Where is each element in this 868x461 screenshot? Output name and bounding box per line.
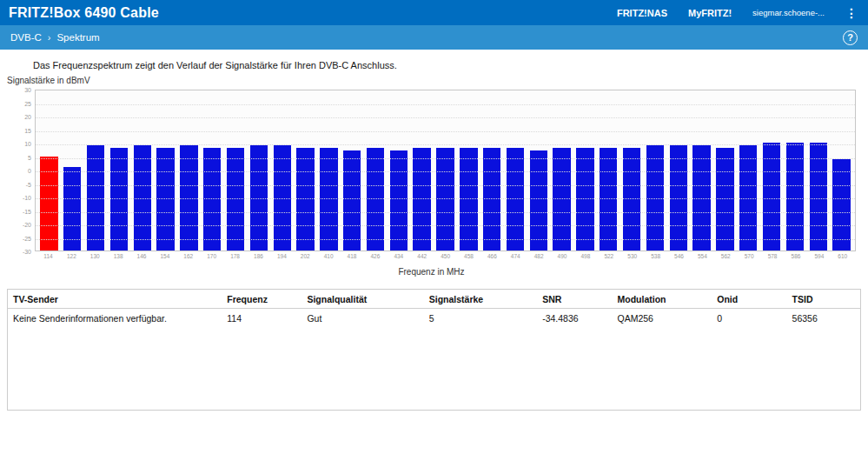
bar-cell	[457, 90, 480, 251]
spectrum-bar[interactable]	[530, 150, 547, 251]
x-tick-label: 186	[247, 253, 270, 259]
spectrum-bar[interactable]	[110, 148, 128, 251]
spectrum-bar[interactable]	[623, 148, 640, 251]
spectrum-bar[interactable]	[460, 148, 477, 251]
spectrum-bar[interactable]	[156, 148, 174, 251]
x-tick-label: 194	[270, 253, 294, 259]
bar-cell	[410, 90, 434, 251]
x-tick-label: 562	[714, 253, 738, 259]
y-tick-label: 15	[7, 127, 31, 133]
gridline	[36, 104, 855, 105]
gridline	[36, 239, 855, 240]
help-icon[interactable]: ?	[843, 30, 858, 45]
kebab-menu-icon[interactable]: ⋮	[845, 7, 858, 19]
channel-table-container: TV-SenderFrequenzSignalqualitätSignalstä…	[7, 289, 861, 411]
spectrum-bar[interactable]	[227, 148, 244, 251]
table-cell: 56356	[787, 309, 860, 329]
spectrum-bar[interactable]	[436, 148, 454, 251]
spectrum-bar[interactable]	[296, 148, 314, 251]
intro-text: Das Frequenzspektrum zeigt den Verlauf d…	[33, 60, 868, 70]
spectrum-bar[interactable]	[507, 148, 524, 251]
x-tick-label: 426	[363, 253, 387, 259]
spectrum-bar[interactable]	[413, 148, 430, 251]
fritznas-link[interactable]: FRITZ!NAS	[617, 8, 667, 18]
spectrum-bar[interactable]	[576, 148, 593, 251]
table-cell: 0	[712, 309, 786, 329]
bar-cell	[597, 90, 620, 251]
spectrum-bar[interactable]	[343, 150, 361, 251]
spectrum-bar[interactable]	[832, 159, 850, 251]
x-tick-label: 586	[785, 253, 808, 259]
spectrum-bar[interactable]	[483, 148, 500, 251]
spectrum-bar[interactable]	[40, 157, 57, 251]
column-header: Onid	[712, 290, 786, 309]
spectrum-chart: Signalstärke in dBmV 1141221301381461541…	[7, 76, 856, 277]
x-tick-label: 458	[457, 253, 480, 259]
spectrum-bar[interactable]	[716, 148, 733, 251]
spectrum-bar[interactable]	[390, 150, 407, 251]
spectrum-bar[interactable]	[810, 143, 827, 251]
gridline	[36, 212, 855, 213]
x-axis-title: Frequenz in MHz	[7, 267, 856, 277]
x-tick-label: 554	[691, 253, 714, 259]
breadcrumb: DVB-C › Spektrum	[10, 32, 100, 43]
bar-cell	[341, 90, 364, 251]
x-tick-label: 474	[504, 253, 527, 259]
bar-cell	[107, 90, 130, 251]
x-tick-label: 578	[761, 253, 785, 259]
bar-cell	[130, 90, 154, 251]
breadcrumb-bar: DVB-C › Spektrum ?	[0, 25, 868, 50]
gridline	[36, 117, 855, 118]
bar-cell	[270, 90, 294, 251]
x-tick-label: 442	[410, 253, 434, 259]
gridline	[36, 131, 855, 132]
gridline	[36, 185, 855, 186]
bar-cell	[317, 90, 341, 251]
y-tick-label: -20	[7, 222, 31, 228]
spectrum-bar[interactable]	[763, 143, 780, 251]
spectrum-bar[interactable]	[203, 148, 221, 251]
column-header: Signalstärke	[424, 290, 537, 309]
bar-cell	[364, 90, 388, 251]
x-tick-label: 546	[667, 253, 691, 259]
bar-cell	[387, 90, 410, 251]
bar-cell	[760, 90, 784, 251]
y-tick-label: -5	[7, 181, 31, 187]
spectrum-bar[interactable]	[367, 148, 384, 251]
x-tick-label: 138	[107, 253, 130, 259]
bar-cell	[527, 90, 550, 251]
bar-cell	[224, 90, 248, 251]
myfritz-link[interactable]: MyFRITZ!	[688, 8, 732, 18]
bar-cell	[247, 90, 270, 251]
column-header: Signalqualität	[301, 290, 423, 309]
x-tick-label: 202	[294, 253, 317, 259]
spectrum-bar[interactable]	[600, 148, 617, 251]
bar-cell	[294, 90, 317, 251]
table-cell: 5	[424, 309, 537, 329]
column-header: TV-Sender	[8, 290, 222, 309]
table-row: Keine Senderinformationen verfügbar.114G…	[8, 309, 860, 329]
gridline	[36, 198, 855, 199]
plot-wrap: 1141221301381461541621701781861942024104…	[35, 90, 856, 259]
top-header: FRITZ!Box 6490 Cable FRITZ!NAS MyFRITZ! …	[0, 0, 868, 25]
bar-cell	[201, 90, 224, 251]
x-tick-label: 530	[620, 253, 644, 259]
bar-cell	[573, 90, 597, 251]
x-tick-label: 178	[223, 253, 247, 259]
spectrum-bar[interactable]	[553, 148, 570, 251]
header-right: FRITZ!NAS MyFRITZ! siegmar.schoene-... ⋮	[617, 7, 858, 19]
spectrum-bar[interactable]	[786, 143, 804, 251]
bar-cell	[177, 90, 201, 251]
bar-cell	[84, 90, 108, 251]
bar-cell	[737, 90, 760, 251]
x-tick-label: 610	[831, 253, 854, 259]
x-tick-label: 114	[36, 253, 60, 259]
y-tick-label: -10	[7, 195, 31, 201]
y-axis-title: Signalstärke in dBmV	[7, 76, 856, 85]
bar-cell	[504, 90, 527, 251]
breadcrumb-section[interactable]: DVB-C	[10, 32, 42, 43]
channel-table: TV-SenderFrequenzSignalqualitätSignalstä…	[8, 290, 860, 328]
spectrum-bar[interactable]	[320, 148, 337, 251]
bar-cell	[480, 90, 504, 251]
x-tick-label: 450	[434, 253, 457, 259]
